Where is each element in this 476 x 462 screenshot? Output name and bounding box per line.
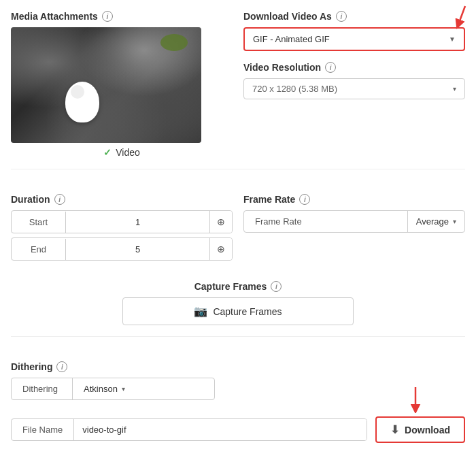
- frame-rate-cell-label: Frame Rate: [244, 211, 408, 232]
- capture-frames-info-icon[interactable]: i: [271, 281, 282, 292]
- format-dropdown-arrow-icon: ▼: [449, 35, 456, 43]
- dithering-dropdown-arrow-icon: ▾: [122, 385, 125, 393]
- media-attachments-info-icon[interactable]: i: [102, 11, 113, 22]
- duration-start-row: Start 1 ⊕: [11, 210, 233, 233]
- resolution-value: 720 x 1280 (5.38 MB): [252, 84, 337, 94]
- download-video-as-info-icon[interactable]: i: [336, 11, 347, 22]
- video-checkmark: ✓: [103, 147, 112, 158]
- media-attachments-title: Media Attachments: [11, 11, 98, 22]
- download-arrow-container: ⬇ Download: [375, 416, 465, 443]
- capture-frames-button-label: Capture Frames: [213, 306, 282, 317]
- dithering-dropdown[interactable]: Atkinson ▾: [73, 378, 136, 399]
- dithering-value: Atkinson: [84, 384, 118, 394]
- format-arrow-annotation: [445, 3, 472, 32]
- dithering-row: Dithering Atkinson ▾: [11, 378, 215, 400]
- resolution-dropdown[interactable]: 720 x 1280 (5.38 MB) ▾: [243, 78, 465, 99]
- frame-rate-dropdown[interactable]: Average ▾: [408, 211, 464, 232]
- video-resolution-info-icon[interactable]: i: [325, 62, 336, 73]
- download-icon: ⬇: [390, 423, 399, 436]
- format-dropdown[interactable]: GIF - Animated GIF ▼: [243, 27, 465, 51]
- frame-rate-info-icon[interactable]: i: [299, 194, 310, 205]
- duration-title: Duration: [11, 194, 50, 205]
- download-button-label: Download: [405, 425, 450, 435]
- capture-frames-title: Capture Frames: [194, 281, 267, 292]
- filename-input[interactable]: [74, 419, 367, 440]
- media-thumbnail: [11, 27, 201, 143]
- video-resolution-title: Video Resolution: [243, 62, 321, 73]
- svg-line-0: [458, 6, 465, 24]
- download-video-as-title: Download Video As: [243, 11, 332, 22]
- duration-end-value[interactable]: 5: [66, 239, 209, 260]
- duration-info-icon[interactable]: i: [54, 194, 65, 205]
- download-button[interactable]: ⬇ Download: [375, 416, 465, 443]
- filename-group: File Name: [11, 418, 367, 441]
- frame-rate-row: Frame Rate Average ▾: [243, 210, 465, 233]
- duration-end-label: End: [12, 239, 66, 260]
- camera-icon: 📷: [194, 305, 207, 318]
- dithering-info-icon[interactable]: i: [56, 361, 67, 372]
- filename-label: File Name: [12, 419, 74, 440]
- format-selected-label: GIF - Animated GIF: [253, 34, 330, 44]
- duration-start-plus-btn[interactable]: ⊕: [209, 211, 232, 233]
- download-red-arrow-icon: [403, 386, 428, 416]
- frame-rate-title: Frame Rate: [243, 194, 295, 205]
- duration-start-label: Start: [12, 212, 66, 233]
- dithering-title: Dithering: [11, 361, 52, 372]
- dithering-cell-label: Dithering: [12, 378, 73, 399]
- duration-end-row: End 5 ⊕: [11, 237, 233, 261]
- duration-start-value[interactable]: 1: [66, 212, 209, 233]
- resolution-dropdown-arrow-icon: ▾: [453, 85, 456, 93]
- capture-frames-button[interactable]: 📷 Capture Frames: [122, 297, 354, 325]
- video-label-text: Video: [116, 147, 140, 158]
- frame-rate-value: Average: [416, 216, 449, 227]
- duration-end-plus-btn[interactable]: ⊕: [209, 238, 232, 260]
- frame-rate-dropdown-arrow-icon: ▾: [453, 218, 456, 225]
